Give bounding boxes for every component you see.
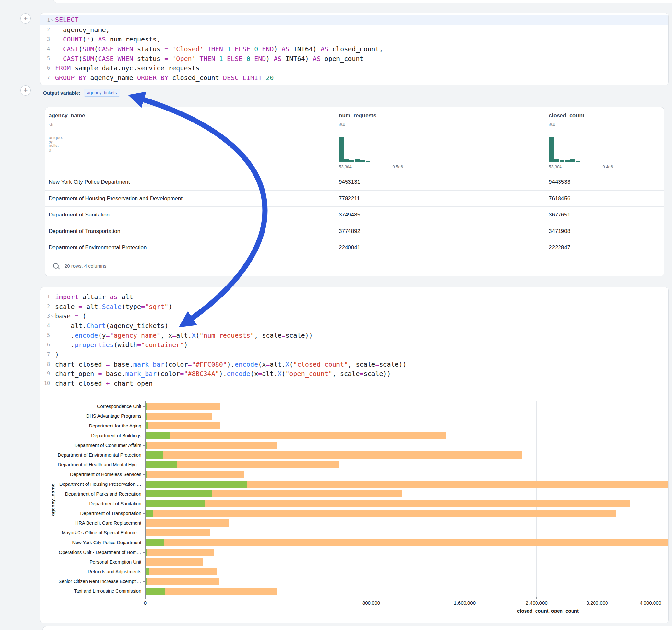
bar-closed[interactable] (146, 558, 203, 565)
bar-closed[interactable] (146, 510, 616, 517)
table-cell: 3677651 (549, 207, 570, 223)
y-axis-label: Operations Unit - Department of Hom… (40, 549, 141, 555)
y-axis-label: Senior Citizen Rent Increase Exempti… (40, 579, 141, 584)
bar-open[interactable] (146, 461, 177, 468)
bar-open[interactable] (146, 403, 146, 410)
y-tick (143, 504, 145, 504)
bar-closed[interactable] (146, 549, 214, 556)
bar-open[interactable] (146, 452, 163, 459)
code-line[interactable]: 5 .encode(y="agency_name", x=alt.X("num_… (40, 331, 668, 340)
bar-open[interactable] (146, 519, 146, 527)
bar-open[interactable] (146, 549, 147, 556)
column-name: num_requests (339, 113, 376, 119)
table-row[interactable]: New York City Police Department945313194… (45, 174, 664, 190)
code-line[interactable]: 5 CAST(SUM(CASE WHEN status = 'Open' THE… (40, 54, 668, 64)
code-line[interactable]: 1import altair as alt (40, 292, 668, 302)
code-line[interactable]: 7GROUP BY agency_name ORDER BY closed_co… (40, 73, 668, 83)
bar-open[interactable] (146, 432, 170, 439)
output-variable-chip[interactable]: agency_tickets (83, 89, 120, 97)
text-cursor (83, 17, 83, 24)
bar-open[interactable] (146, 481, 247, 488)
column-type: i64 (549, 122, 555, 127)
bar-open[interactable] (146, 558, 146, 565)
column-histogram[interactable] (549, 137, 613, 162)
bar-closed[interactable] (146, 578, 219, 585)
y-axis-label: Department of Consumer Affairs (40, 442, 141, 448)
fold-chevron-icon[interactable] (50, 20, 55, 21)
bar-closed[interactable] (146, 442, 278, 449)
code-text: COUNT(*) AS num_requests, (55, 35, 161, 43)
bar-closed[interactable] (146, 529, 210, 536)
bar-open[interactable] (146, 422, 148, 429)
code-line[interactable]: 4 CAST(SUM(CASE WHEN status = 'Closed' T… (40, 44, 668, 54)
table-cell: 9453131 (339, 174, 360, 190)
bar-closed[interactable] (146, 471, 244, 478)
code-text: GROUP BY agency_name ORDER BY closed_cou… (55, 74, 273, 82)
histogram-bar (554, 159, 559, 162)
bar-closed[interactable] (146, 452, 522, 459)
code-line[interactable]: 3 COUNT(*) AS num_requests, (40, 34, 668, 44)
code-line[interactable]: 6 .properties(width="container") (40, 340, 668, 350)
code-text: CAST(SUM(CASE WHEN status = 'Open' THEN … (55, 55, 363, 63)
python-code-editor[interactable]: 1import altair as alt2scale = alt.Scale(… (40, 292, 668, 388)
bar-open[interactable] (146, 471, 146, 478)
code-line[interactable]: 9chart_open = base.mark_bar(color="#8BC3… (40, 369, 668, 379)
code-text: .properties(width="container") (55, 341, 188, 349)
bar-closed[interactable] (146, 432, 446, 439)
x-gridline (465, 401, 465, 597)
bar-open[interactable] (146, 529, 146, 536)
bar-closed[interactable] (146, 403, 220, 410)
bar-open[interactable] (146, 568, 149, 575)
table-cell: 7618456 (549, 191, 570, 207)
bar-open[interactable] (146, 587, 165, 595)
histogram-bar (549, 137, 554, 162)
bar-closed[interactable] (146, 519, 229, 527)
bar-open[interactable] (146, 413, 147, 420)
bar-closed[interactable] (146, 422, 220, 429)
bar-closed[interactable] (146, 413, 212, 420)
sql-code-editor[interactable]: 1SELECT 2 agency_name,3 COUNT(*) AS num_… (40, 15, 668, 83)
y-axis-label: Refunds and Adjustments (40, 569, 141, 575)
code-line[interactable]: 10chart_closed + chart_open (40, 379, 668, 388)
add-cell-button[interactable]: + (20, 85, 31, 96)
table-row[interactable]: Department of Environmental Protection22… (45, 239, 664, 256)
bar-open[interactable] (146, 490, 212, 498)
line-number: 1 (40, 294, 50, 300)
bar-open[interactable] (146, 500, 205, 507)
histogram-bar (565, 161, 570, 162)
bar-closed[interactable] (146, 539, 668, 546)
bar-open[interactable] (146, 510, 153, 517)
table-row[interactable]: Department of Transportation377489234719… (45, 223, 664, 240)
fold-chevron-icon[interactable] (50, 315, 55, 317)
code-line[interactable]: 1SELECT (40, 15, 668, 25)
table-row[interactable]: Department of Sanitation37494853677651 (45, 207, 664, 223)
bar-closed[interactable] (146, 500, 630, 507)
add-cell-button[interactable]: + (20, 13, 31, 24)
y-axis-label: Department of Transportation (40, 510, 141, 516)
code-line[interactable]: 3base = ( (40, 311, 668, 321)
histogram-axis-labels: 53,3049.4e6 (549, 164, 613, 169)
search-icon[interactable] (53, 263, 59, 269)
code-line[interactable]: 6FROM sample_data.nyc.service_requests (40, 63, 668, 73)
histogram-bar (355, 159, 360, 162)
bar-closed[interactable] (146, 587, 278, 595)
code-line[interactable]: 7) (40, 350, 668, 359)
code-line[interactable]: 2scale = alt.Scale(type="sqrt") (40, 302, 668, 311)
table-cell: 9443533 (549, 174, 570, 190)
bar-open[interactable] (146, 578, 147, 585)
code-line[interactable]: 8chart_closed = base.mark_bar(color="#FF… (40, 359, 668, 369)
bar-open[interactable] (146, 539, 164, 546)
y-tick (143, 591, 145, 591)
y-axis-label: Department of Housing Preservation … (40, 481, 141, 487)
bar-open[interactable] (146, 442, 146, 449)
output-variable-label: Output variable: (43, 90, 80, 96)
table-row[interactable]: Department of Housing Preservation and D… (45, 190, 664, 207)
sql-cell[interactable]: 1SELECT 2 agency_name,3 COUNT(*) AS num_… (40, 13, 669, 85)
code-line[interactable]: 2 agency_name, (40, 25, 668, 35)
line-number: 5 (40, 56, 50, 62)
line-number: 9 (40, 371, 50, 377)
code-line[interactable]: 4 alt.Chart(agency_tickets) (40, 321, 668, 331)
column-histogram[interactable] (339, 137, 403, 162)
bar-closed[interactable] (146, 568, 217, 575)
code-text: chart_closed = base.mark_bar(color="#FFC… (55, 360, 407, 368)
